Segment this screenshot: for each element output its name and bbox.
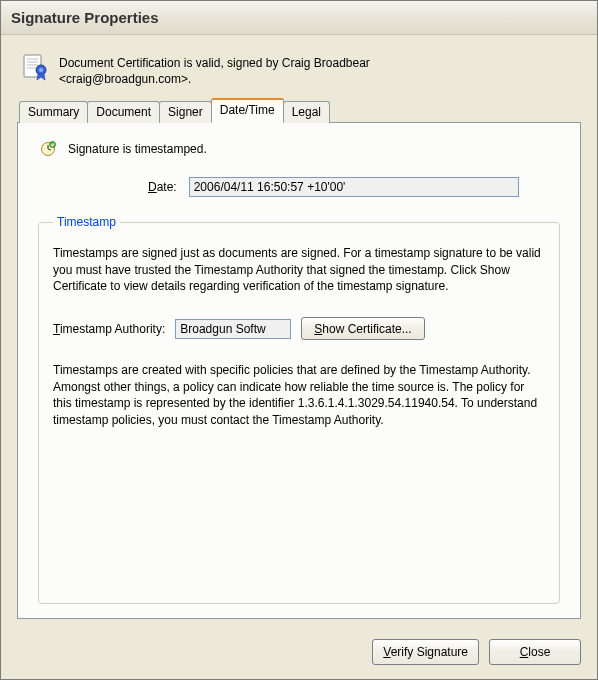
svg-point-10 [50, 142, 56, 148]
tab-summary[interactable]: Summary [19, 101, 88, 123]
certificate-ribbon-icon [21, 53, 49, 81]
dialog-footer: Verify Signature Close [1, 627, 597, 679]
timestamp-status-row: Signature is timestamped. [40, 141, 560, 157]
tab-date-time[interactable]: Date/Time [211, 98, 284, 123]
timestamp-explain-para2: Timestamps are created with specific pol… [53, 362, 545, 428]
titlebar: Signature Properties [1, 1, 597, 35]
tab-document[interactable]: Document [87, 101, 160, 123]
timestamp-authority-field: Broadgun Softw [175, 319, 291, 339]
certification-line2: <craig@broadgun.com>. [59, 72, 191, 86]
timestamp-explain-para1: Timestamps are signed just as documents … [53, 245, 545, 295]
certification-summary: Document Certification is valid, signed … [17, 47, 581, 97]
timestamp-legend: Timestamp [53, 215, 120, 229]
date-row: Date: 2006/04/11 16:50:57 +10'00' [148, 177, 560, 197]
dialog-body: Document Certification is valid, signed … [1, 35, 597, 627]
timestamp-authority-row: Timestamp Authority: Broadgun Softw Show… [53, 317, 545, 340]
close-button[interactable]: Close [489, 639, 581, 665]
window-title: Signature Properties [11, 9, 159, 26]
date-field: 2006/04/11 16:50:57 +10'00' [189, 177, 519, 197]
timestamp-authority-label: Timestamp Authority: [53, 322, 165, 336]
timestamp-status-text: Signature is timestamped. [68, 142, 207, 156]
tab-panel-date-time: Signature is timestamped. Date: 2006/04/… [17, 122, 581, 619]
certification-line1: Document Certification is valid, signed … [59, 56, 370, 70]
svg-point-6 [39, 68, 43, 72]
show-certificate-button[interactable]: Show Certificate... [301, 317, 424, 340]
signature-properties-dialog: Signature Properties Document Certificat… [0, 0, 598, 680]
tab-legal[interactable]: Legal [283, 101, 330, 123]
tab-signer[interactable]: Signer [159, 101, 212, 123]
tabs-header: Summary Document Signer Date/Time Legal [17, 98, 581, 123]
clock-icon [40, 141, 56, 157]
date-label: Date: [148, 180, 177, 194]
certification-text: Document Certification is valid, signed … [59, 53, 370, 87]
verify-signature-button[interactable]: Verify Signature [372, 639, 479, 665]
timestamp-groupbox: Timestamp Timestamps are signed just as … [38, 215, 560, 604]
